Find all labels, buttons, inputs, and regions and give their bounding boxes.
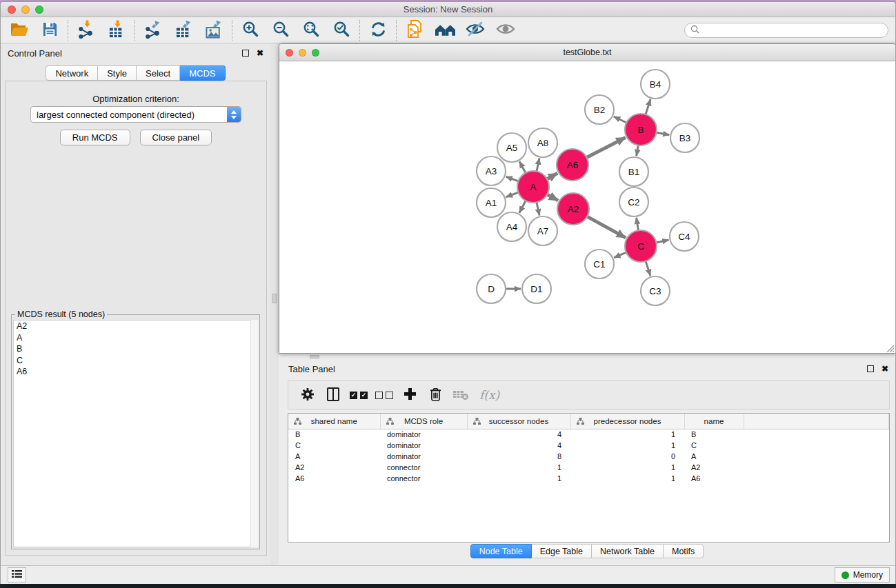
graph-edge-A6-B[interactable] — [586, 137, 625, 157]
result-item[interactable]: A — [14, 332, 257, 344]
graph-edge-A-A6[interactable] — [547, 173, 557, 179]
graph-node-C4[interactable]: C4 — [670, 222, 699, 251]
create-column-button[interactable] — [400, 384, 419, 406]
graph-node-B2[interactable]: B2 — [585, 95, 614, 124]
graph-edge-B-B3[interactable] — [657, 132, 670, 135]
graph-edge-A-A7[interactable] — [537, 202, 539, 215]
zoom-in-button[interactable] — [240, 19, 261, 41]
graph-edge-B-B1[interactable] — [637, 145, 639, 156]
graph-edge-A-A3[interactable] — [506, 176, 519, 181]
graph-edge-B-B2[interactable] — [614, 116, 627, 123]
network-from-file-button[interactable] — [404, 19, 425, 41]
graph-node-A8[interactable]: A8 — [528, 128, 557, 157]
graph-edge-A2-C[interactable] — [587, 216, 626, 238]
zoom-fit-button[interactable] — [301, 19, 321, 41]
graph-node-B[interactable]: B — [625, 114, 657, 145]
table-cell[interactable]: 1 — [570, 462, 684, 473]
graph-node-D1[interactable]: D1 — [522, 274, 551, 303]
graph-node-C3[interactable]: C3 — [641, 276, 670, 305]
tab-network[interactable]: Network — [46, 65, 98, 81]
table-cell[interactable]: B — [288, 429, 380, 440]
run-mcds-button[interactable]: Run MCDS — [60, 130, 130, 145]
float-table-panel-icon[interactable] — [867, 365, 874, 372]
export-image-button[interactable] — [203, 19, 224, 41]
graph-node-B4[interactable]: B4 — [641, 70, 670, 99]
table-cell[interactable]: dominator — [380, 451, 467, 462]
table-row[interactable]: Cdominator41C — [288, 440, 889, 451]
tab-motifs[interactable]: Motifs — [664, 544, 704, 558]
table-cell[interactable]: A6 — [684, 473, 744, 484]
graph-edge-C-C3[interactable] — [646, 261, 650, 276]
tab-style[interactable]: Style — [98, 65, 137, 81]
table-row[interactable]: A2connector11A2 — [288, 462, 889, 473]
table-cell[interactable]: 1 — [570, 440, 684, 451]
result-item[interactable]: A2 — [14, 321, 257, 332]
graph-node-A5[interactable]: A5 — [497, 133, 526, 162]
table-cell[interactable]: C — [288, 440, 380, 451]
zoom-selected-button[interactable] — [331, 19, 352, 41]
graph-edge-C-C1[interactable] — [614, 252, 626, 258]
table-cell[interactable]: A — [288, 451, 380, 462]
graph-node-B3[interactable]: B3 — [670, 123, 699, 152]
table-cell[interactable]: 1 — [467, 462, 570, 473]
table-cell[interactable]: connector — [380, 473, 467, 484]
network-window-titlebar[interactable]: testGlobe.txt — [279, 44, 895, 61]
result-item[interactable]: A6 — [14, 366, 257, 378]
table-cell[interactable]: A2 — [288, 462, 380, 473]
panel-splitter[interactable] — [270, 43, 279, 565]
export-table-button[interactable] — [173, 19, 194, 41]
search-input[interactable] — [703, 26, 882, 35]
graph-node-C2[interactable]: C2 — [619, 187, 648, 216]
table-cell[interactable]: 1 — [570, 429, 684, 440]
table-row[interactable]: A6connector11A6 — [288, 473, 889, 484]
graph-node-A2[interactable]: A2 — [557, 193, 589, 225]
column-header-successor-nodes[interactable]: successor nodes — [467, 414, 570, 429]
table-cell[interactable]: A2 — [684, 462, 744, 473]
scrollbar[interactable] — [250, 320, 258, 547]
tab-select[interactable]: Select — [137, 65, 180, 81]
delete-columns-button[interactable] — [426, 384, 445, 406]
graph-edge-A-A8[interactable] — [537, 158, 539, 171]
table-cell[interactable]: C — [684, 440, 744, 451]
graph-node-A3[interactable]: A3 — [477, 156, 506, 185]
birds-eye-view-button[interactable] — [495, 19, 516, 41]
graph-edge-C-C2[interactable] — [637, 218, 639, 231]
deselect-all-button[interactable] — [375, 384, 394, 406]
close-panel-button[interactable]: Close panel — [140, 130, 212, 145]
table-cell[interactable]: 4 — [467, 440, 570, 451]
table-cell[interactable]: A6 — [288, 473, 380, 484]
save-session-button[interactable] — [39, 19, 60, 41]
graph-edge-A-A5[interactable] — [519, 161, 526, 173]
home-view-button[interactable] — [435, 19, 455, 41]
table-cell[interactable]: dominator — [380, 429, 467, 440]
table-cell[interactable]: 0 — [570, 451, 684, 462]
tab-mcds[interactable]: MCDS — [180, 65, 225, 81]
network-graph[interactable]: B4B2BB3A8A5A6A3B1AC2A1A2A4A7C4CC1C3DD1 — [280, 61, 895, 352]
import-network-button[interactable] — [76, 19, 97, 41]
tab-network-table[interactable]: Network Table — [592, 544, 664, 558]
graph-node-A7[interactable]: A7 — [528, 216, 557, 245]
zoom-out-button[interactable] — [270, 19, 291, 41]
result-item[interactable]: B — [14, 343, 257, 355]
graph-node-A6[interactable]: A6 — [557, 149, 588, 181]
graph-node-A[interactable]: A — [517, 171, 549, 203]
network-canvas[interactable]: B4B2BB3A8A5A6A3B1AC2A1A2A4A7C4CC1C3DD1 — [280, 61, 895, 352]
apply-function-button[interactable]: f(x) — [477, 388, 499, 402]
open-session-button[interactable] — [9, 19, 30, 41]
select-all-button[interactable]: ✓✓ — [349, 384, 368, 406]
graph-node-D[interactable]: D — [477, 274, 506, 303]
table-cell[interactable]: 1 — [467, 473, 570, 484]
graph-node-C1[interactable]: C1 — [585, 250, 614, 278]
table-cell[interactable]: 1 — [570, 473, 684, 484]
graph-node-B1[interactable]: B1 — [619, 157, 648, 186]
panel-splitter-handle[interactable] — [272, 294, 277, 303]
graph-node-A4[interactable]: A4 — [497, 212, 526, 241]
resize-grip-icon[interactable] — [885, 343, 894, 352]
column-header-name[interactable]: name — [684, 414, 744, 429]
close-panel-icon[interactable]: ✖ — [257, 50, 263, 57]
table-cell[interactable]: B — [684, 429, 744, 440]
graph-node-A1[interactable]: A1 — [477, 188, 506, 217]
import-table-button[interactable] — [106, 19, 127, 41]
table-settings-button[interactable] — [298, 384, 317, 406]
toggle-graphics-details-button[interactable] — [465, 19, 486, 41]
